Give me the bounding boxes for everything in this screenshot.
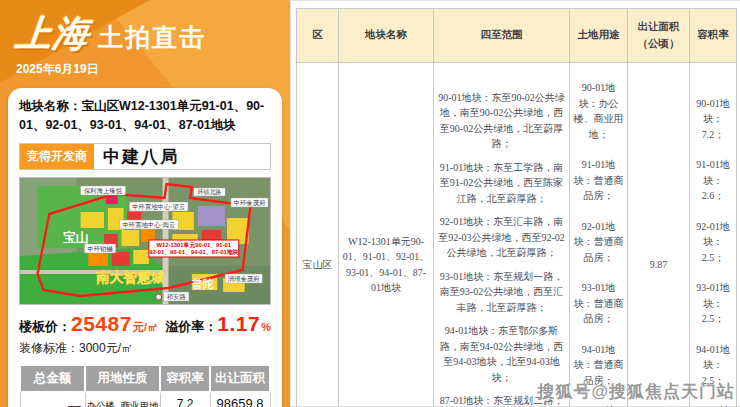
floor-price-label: 楼板价： [19,318,71,336]
plot-name: 地块名称：宝山区W12-1301单元91-01、90-01、92-01、93-0… [19,97,271,136]
parcel-detail-table: 区 地块名称 四至范围 土地用途 出让面积（公顷） 容积率 宝山区 W12-13… [296,8,737,407]
summary-area: 98659.8㎡ [210,392,270,407]
auction-card: 地块名称：宝山区W12-1301单元91-01、90-01、92-01、93-0… [8,88,282,407]
price-row: 楼板价： 25487 元/㎡ 溢价率： 1.17 % [19,312,271,336]
plot-name-label: 地块名称： [19,99,82,113]
page: 上海 土拍直击 2025年6月19日 地块名称：宝山区W12-1301单元91-… [0,0,740,407]
header-district: 区 [297,9,339,63]
svg-text:中环置地中心·望云: 中环置地中心·望云 [132,203,185,210]
logo: 上海 土拍直击 [16,10,276,59]
summary-far: 7.2 2.6, 2.5 [160,392,210,407]
list-item: 92-01地块：普通商品房； [573,219,624,266]
svg-text:祁安路: 祁安路 [166,293,187,301]
cell-land-use: 90-01地块：办公楼、商业用地；91-01地块：普通商品房；92-01地块：普… [570,63,628,407]
map-label-nanda: 南大智慧城 [95,269,164,285]
svg-text:中环铂樾: 中环铂樾 [87,245,113,253]
svg-text:92-01、93-01、94-01、87-01地块: 92-01、93-01、94-01、87-01地块 [149,248,238,256]
detail-header-row: 区 地块名称 四至范围 土地用途 出让面积（公顷） 容积率 [297,9,737,63]
svg-text:保利海上臻悦: 保利海上臻悦 [84,187,123,195]
map-poi-baoli: 保利海上臻悦 [81,186,126,195]
map-poi-road: 环镇北路 [194,188,225,197]
summary-header-total: 总金额 [20,365,85,392]
summary-header-far: 容积率 [160,365,210,392]
header-boundaries: 四至范围 [434,9,570,63]
list-item: 90-01地块：东至90-02公共绿地，南至90-02公共绿地，西至90-02公… [437,90,566,152]
map-graphic: 宝山 普陀 南大智慧城 保利海上臻悦 环镇北路 中环置地中心·望云 [20,178,270,304]
cell-far: 90-01地块：7.2；91-01地块：2.6；92-01地块：2.5；93-0… [690,63,737,407]
list-item: 91-01地块：普通商品房； [573,157,624,204]
list-item: 87-01地块：普通商品房 [573,403,624,407]
map-parcel-callout: W12-1301单元90-01、91-01 92-01、93-01、94-01、… [149,240,239,257]
map-poi-runjing: 润璟金茂府 [225,274,262,283]
list-item: 90-01地块：办公楼、商业用地； [573,80,624,142]
developer-badge: 竞得开发商 [20,144,94,169]
svg-text:中环金茂府: 中环金茂府 [234,199,266,206]
map-poi-yueyun: 中环置地中心·阅云 [120,220,179,229]
cell-plot-name: W12-1301单元90-01、91-01、92-01、93-01、94-01、… [339,63,434,407]
detail-row: 宝山区 W12-1301单元90-01、91-01、92-01、93-01、94… [297,63,737,407]
header-area: 出让面积（公顷） [628,9,690,63]
list-item: 91-01地块：东至工学路，南至91-02公共绿地，西至陈家江路，北至蔚厚路； [437,160,566,207]
watermark: 搜狐号@搜狐焦点天门站 [537,380,735,403]
list-item: 87-01地块：2.5 [693,403,733,407]
list-item: 93-01地块：普通商品房； [573,280,624,327]
premium-value: 1.17 [217,312,260,336]
premium-label: 溢价率： [165,318,217,336]
summary-row: 819533万 办公楼, 商业用地 普通商品房 7.2 2.6, 2.5 986… [20,392,270,407]
summary-table: 总金额 用地性质 容积率 出让面积 819533万 办公楼, 商业用地 普通商品… [19,364,271,407]
logo-shanghai: 上海 [13,10,92,59]
list-item: 93-01地块：东至规划一路，南至93-02公共绿地，西至汇丰路，北至蔚厚路； [437,269,566,316]
auction-date: 2025年6月19日 [16,61,276,78]
logo-subtitle: 土拍直击 [98,21,206,54]
developer-box: 竞得开发商 中建八局 [19,143,271,170]
svg-text:润璟金茂府: 润璟金茂府 [228,275,260,283]
brand-header: 上海 土拍直击 2025年6月19日 [0,0,290,82]
left-panel: 上海 土拍直击 2025年6月19日 地块名称：宝山区W12-1301单元91-… [0,0,290,407]
map-label-baoshan: 宝山 [63,230,89,245]
cell-area: 9.87 [628,63,690,407]
header-far: 容积率 [690,9,737,63]
decoration-standard: 装修标准：3000元/㎡ [19,340,271,357]
map-label-putuo: 普陀 [191,278,215,290]
map-poi-wangyun: 中环置地中心·望云 [129,202,188,211]
floor-price-value: 25487 [71,312,132,336]
svg-text:W12-1301单元90-01、91-01: W12-1301单元90-01、91-01 [157,241,232,249]
list-item: 91-01地块：2.6； [693,157,733,204]
summary-header-landuse: 用地性质 [85,365,160,392]
cell-boundaries: 90-01地块：东至90-02公共绿地，南至90-02公共绿地，西至90-02公… [434,63,570,407]
list-item: 93-01地块：2.5； [693,280,733,327]
list-item: 94-01地块：东至鄂尔多斯路，南至94-02公共绿地，西至94-03地块，北至… [437,323,566,385]
list-item: 92-01地块：东至汇丰路，南至92-03公共绿地，西至92-02公共绿地，北至… [437,214,566,261]
detail-panel: 区 地块名称 四至范围 土地用途 出让面积（公顷） 容积率 宝山区 W12-13… [290,0,740,407]
floor-price-unit: 元/㎡ [133,320,158,335]
summary-landuse: 办公楼, 商业用地 普通商品房 [85,392,160,407]
map-poi-jinmao: 中环金茂府 [231,198,268,207]
summary-total: 819533万 [20,392,85,407]
svg-text:中环置地中心·阅云: 中环置地中心·阅云 [123,221,176,229]
header-land-use: 土地用途 [570,9,628,63]
header-plot-name: 地块名称 [339,9,434,63]
developer-name: 中建八局 [94,144,270,169]
svg-text:环镇北路: 环镇北路 [198,189,221,196]
list-item: 92-01地块：2.5； [693,219,733,266]
parcel-map: 宝山 普陀 南大智慧城 保利海上臻悦 环镇北路 中环置地中心·望云 [19,177,271,305]
list-item: 90-01地块：7.2； [693,96,733,143]
map-poi-boyue: 中环铂樾 [84,244,115,253]
cell-district: 宝山区 [297,63,339,407]
premium-unit: % [261,321,271,333]
summary-header-area: 出让面积 [210,365,270,392]
